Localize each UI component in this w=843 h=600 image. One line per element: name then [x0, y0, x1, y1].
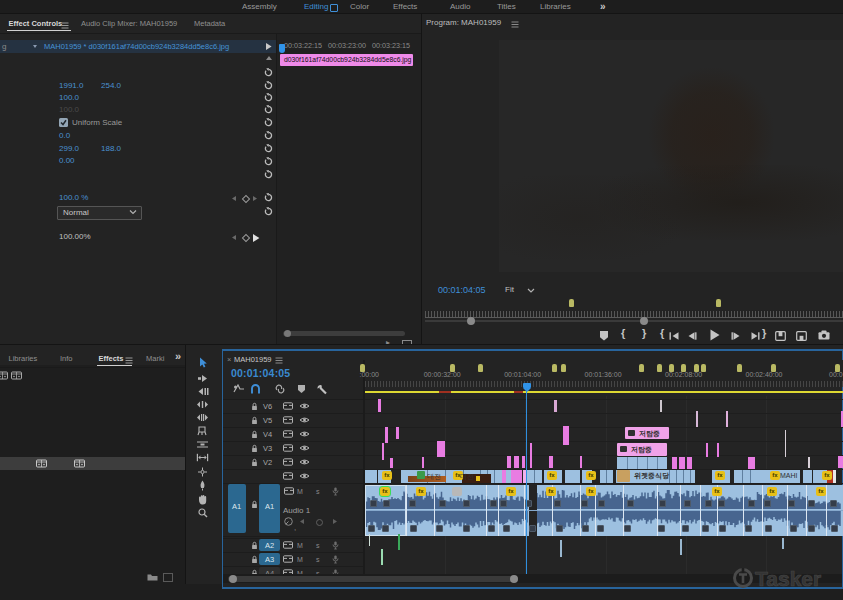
svg-text:Tasker: Tasker — [755, 567, 821, 590]
